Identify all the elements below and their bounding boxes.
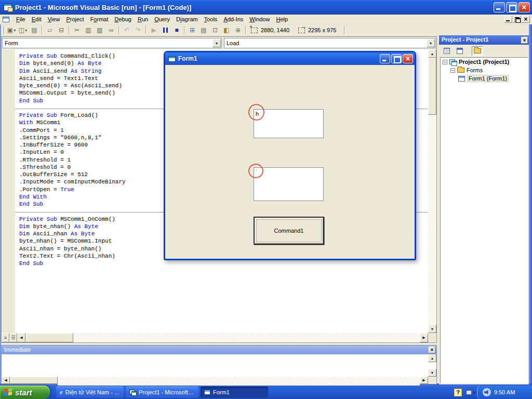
scroll-up-icon[interactable]: ▲: [428, 49, 436, 58]
help-tray-icon[interactable]: ?: [454, 389, 462, 396]
scroll-thumb[interactable]: [428, 58, 436, 115]
immediate-title: Immediate: [4, 347, 31, 353]
close-icon[interactable]: [518, 2, 530, 12]
scroll-track[interactable]: [73, 333, 420, 342]
mdi-restore-icon[interactable]: [513, 16, 521, 23]
scroll-left-icon[interactable]: ◀: [17, 333, 25, 342]
text2-input[interactable]: ·: [254, 167, 324, 201]
dropdown-arrow-icon[interactable]: ▾: [14, 28, 16, 33]
chevron-down-icon[interactable]: ▼: [212, 39, 221, 47]
project-explorer-button[interactable]: ⊞: [187, 25, 198, 35]
close-icon[interactable]: ×: [521, 37, 528, 44]
close-icon[interactable]: [403, 54, 413, 63]
form-layout-window-button[interactable]: ⊡: [209, 25, 221, 35]
scroll-thumb[interactable]: [10, 377, 58, 384]
menu-debug[interactable]: Debug: [111, 15, 134, 23]
paste-icon: ▧: [97, 26, 102, 34]
add-standard-exe-button[interactable]: ▣▾: [6, 25, 17, 35]
menu-bar: FileEditViewProjectFormatDebugRunQueryDi…: [0, 15, 532, 24]
scroll-down-icon[interactable]: ▼: [428, 325, 436, 333]
paste-button[interactable]: ▧: [94, 25, 105, 35]
tree-item-project1-project1[interactable]: −Project1 (Project1): [441, 58, 527, 66]
project-icon: [449, 59, 457, 65]
display-tray-icon[interactable]: [466, 390, 472, 395]
immediate-vertical-scrollbar[interactable]: ▲ ▼: [428, 354, 436, 377]
scroll-down-icon[interactable]: ▼: [428, 369, 436, 377]
code-margin-indicator-bar: [2, 49, 15, 333]
command1-button[interactable]: Command1: [254, 217, 324, 245]
menu-tools[interactable]: Tools: [201, 15, 221, 23]
menu-diagram[interactable]: Diagram: [173, 15, 201, 23]
project-explorer-titlebar[interactable]: Project - Project1 ×: [439, 35, 529, 45]
add-form-button[interactable]: ◫▾: [17, 25, 29, 35]
minimize-icon[interactable]: [494, 2, 505, 12]
scroll-right-icon[interactable]: ▶: [420, 333, 428, 342]
scroll-thumb[interactable]: [25, 333, 73, 342]
form-position-readout: 2880, 1440: [261, 27, 295, 33]
object-dropdown[interactable]: Form ▼: [2, 38, 222, 48]
maximize-icon[interactable]: [506, 2, 517, 12]
taskbar-task-3[interactable]: Form1: [201, 387, 268, 398]
taskbar-task-1[interactable]: eĐiện tử Việt Nam - Re...: [56, 387, 124, 398]
form-position-icon: [251, 28, 258, 33]
copy-button[interactable]: ▥: [83, 25, 94, 35]
toolbar-grip[interactable]: [2, 26, 4, 34]
menu-window[interactable]: Window: [246, 15, 273, 23]
view-code-button[interactable]: [441, 46, 453, 56]
procedure-view-icon[interactable]: ≡: [2, 333, 9, 342]
scroll-up-icon[interactable]: ▲: [428, 354, 436, 362]
menu-editor-icon: ▤: [31, 26, 37, 34]
maximize-icon[interactable]: [391, 54, 402, 63]
view-object-button[interactable]: [454, 46, 466, 56]
menu-project[interactable]: Project: [63, 15, 87, 23]
scroll-left-icon[interactable]: ◀: [2, 377, 10, 384]
menu-run[interactable]: Run: [135, 15, 151, 23]
immediate-input-area[interactable]: [2, 354, 428, 377]
menu-editor-button[interactable]: ▤: [29, 25, 40, 35]
menu-view[interactable]: View: [45, 15, 63, 23]
menu-file[interactable]: File: [13, 15, 29, 23]
save-project-button[interactable]: ⊟: [56, 25, 67, 35]
code-vertical-scrollbar[interactable]: ▲ ▼: [428, 49, 436, 333]
scroll-track[interactable]: [58, 377, 420, 386]
dropdown-arrow-icon[interactable]: ▾: [25, 28, 27, 33]
procedure-dropdown[interactable]: Load ▼: [224, 38, 436, 48]
tree-item-forms[interactable]: −Forms: [441, 66, 527, 74]
menu-addins[interactable]: Add-Ins: [220, 15, 246, 23]
menu-help[interactable]: Help: [273, 15, 291, 23]
volume-icon[interactable]: [483, 388, 491, 396]
open-project-button[interactable]: ▱: [44, 25, 56, 35]
mdi-child-window-icon[interactable]: [3, 17, 9, 22]
toolbar-separator: [118, 26, 119, 34]
collapse-icon[interactable]: −: [450, 68, 455, 73]
toggle-folders-button[interactable]: [472, 46, 483, 56]
break-button[interactable]: [159, 25, 171, 35]
form-icon: [204, 390, 210, 395]
mdi-minimize-icon[interactable]: [504, 16, 512, 23]
object-browser-button[interactable]: ◧: [221, 25, 232, 35]
menu-query[interactable]: Query: [151, 15, 173, 23]
tree-item-form1-form1[interactable]: Form1 (Form1): [441, 74, 527, 83]
form1-title: Form1: [178, 55, 379, 62]
immediate-horizontal-scrollbar[interactable]: ◀ ▶: [2, 377, 428, 384]
menu-format[interactable]: Format: [87, 15, 112, 23]
start-button[interactable]: start: [0, 385, 50, 399]
toolbox-button[interactable]: ⊕: [232, 25, 244, 35]
chevron-down-icon[interactable]: ▼: [427, 39, 435, 47]
code-horizontal-scrollbar[interactable]: ≡ ☰ ◀ ▶: [2, 333, 428, 342]
close-icon[interactable]: ×: [429, 347, 435, 353]
immediate-titlebar[interactable]: Immediate ×: [2, 345, 436, 354]
mdi-close-icon[interactable]: [522, 16, 530, 23]
start-button: ▶: [148, 25, 159, 35]
collapse-icon[interactable]: −: [443, 60, 447, 64]
find-button[interactable]: ∞: [105, 25, 117, 35]
form1-titlebar[interactable]: Form1: [165, 52, 415, 65]
properties-window-button[interactable]: ▤: [198, 25, 209, 35]
taskbar-task-2[interactable]: Project1 - Microsoft V...: [126, 387, 198, 398]
end-button[interactable]: ■: [171, 25, 182, 35]
menu-edit[interactable]: Edit: [29, 15, 45, 23]
full-module-view-icon[interactable]: ☰: [9, 333, 17, 342]
scroll-right-icon[interactable]: ▶: [420, 377, 428, 384]
minimize-icon[interactable]: [380, 54, 390, 63]
cut-button[interactable]: ✂: [71, 25, 83, 35]
